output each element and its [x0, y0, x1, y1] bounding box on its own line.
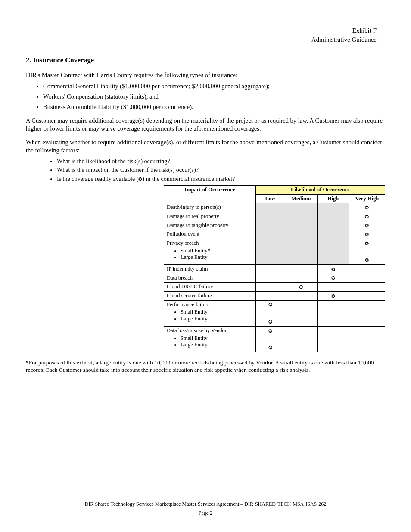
page: Exhibit F Administrative Guidance 2. Ins… — [0, 0, 411, 532]
table-row: Pollution event ✪ — [164, 230, 385, 239]
col-header: Very High — [349, 194, 385, 203]
cell — [349, 265, 385, 274]
row-sublist: Small Entity* Large Entity — [174, 248, 254, 261]
col-header: High — [317, 194, 349, 203]
cell — [317, 283, 349, 292]
cell — [255, 212, 285, 221]
table-row: Damage to real property ✪ — [164, 212, 385, 221]
star-icon: ✪ — [268, 329, 272, 333]
factor-text-b: ) in the commercial insurance market? — [142, 176, 235, 182]
col-header: Medium — [285, 194, 317, 203]
cell — [255, 265, 285, 274]
intro-paragraph: DIR's Master Contract with Harris County… — [26, 71, 385, 79]
star-icon: ✪ — [331, 276, 335, 280]
cell: ✪ — [285, 283, 317, 292]
cell — [285, 230, 317, 239]
list-item: Business Automobile Liability ($1,000,00… — [43, 103, 385, 111]
cell — [349, 274, 385, 283]
star-icon: ✪ — [365, 205, 369, 210]
row-label: Damage to tangible property — [164, 221, 256, 230]
cell: ✪ — [317, 292, 349, 301]
cell — [317, 230, 349, 239]
cell: ✪ — [317, 274, 349, 283]
row-label: Cloud service failure — [164, 292, 256, 301]
footer-page-number: Page 2 — [26, 510, 385, 516]
star-icon: ✪ — [138, 177, 142, 182]
row-label: Performance failure Small Entity Large E… — [164, 300, 256, 326]
factor-list: What is the likelihood of the risk(s) oc… — [26, 158, 385, 183]
cell — [349, 300, 385, 326]
footer: DIR Shared Technology Services Marketpla… — [26, 501, 385, 516]
footer-doc-title: DIR Shared Technology Services Marketpla… — [26, 501, 385, 507]
col-header: Low — [255, 194, 285, 203]
likelihood-table: Impact of Occurrence Likelihood of Occur… — [164, 185, 385, 352]
row-label: Cloud DR/BC failure — [164, 283, 256, 292]
table-row: Data breach ✪ — [164, 274, 385, 283]
table-row: Death/injury to person(s) ✪ — [164, 203, 385, 212]
cell — [285, 326, 317, 352]
row-label: Pollution event — [164, 230, 256, 239]
list-item: Is the coverage readily available (✪) in… — [57, 175, 385, 183]
cell — [285, 212, 317, 221]
cell — [255, 230, 285, 239]
table-row: Damage to tangible property ✪ — [164, 221, 385, 230]
cell: ✪ — [349, 230, 385, 239]
sublist-item: Small Entity — [181, 309, 254, 316]
sublist-item: Large Entity — [181, 342, 254, 348]
star-icon: ✪ — [331, 294, 335, 299]
cell — [317, 326, 349, 352]
sublist-item: Small Entity — [181, 335, 254, 342]
cell — [255, 292, 285, 301]
cell — [349, 283, 385, 292]
cell — [317, 239, 349, 264]
cell — [349, 292, 385, 301]
table-row: Data loss/misuse by Vendor Small Entity … — [164, 326, 385, 352]
list-item: What is the likelihood of the risk(s) oc… — [57, 158, 385, 165]
star-icon: ✪ — [268, 345, 272, 350]
cell — [285, 203, 317, 212]
likelihood-table-wrap: Impact of Occurrence Likelihood of Occur… — [164, 185, 385, 352]
star-icon: ✪ — [365, 215, 369, 219]
cell — [255, 283, 285, 292]
cell — [285, 274, 317, 283]
cell — [285, 221, 317, 230]
cell — [255, 221, 285, 230]
factor-text-a: Is the coverage readily available ( — [57, 176, 138, 182]
coverage-list: Commercial General Liability ($1,000,000… — [26, 82, 385, 111]
table-row: Performance failure Small Entity Large E… — [164, 300, 385, 326]
table-row: Cloud DR/BC failure ✪ — [164, 283, 385, 292]
star-icon: ✪ — [299, 285, 303, 289]
col-header-impact: Impact of Occurrence — [164, 186, 256, 203]
sublist-item: Large Entity — [181, 254, 254, 261]
star-icon: ✪ — [365, 232, 369, 237]
para-additional-coverage: A Customer may require additional covera… — [26, 117, 385, 132]
cell — [285, 239, 317, 264]
table-row: IP indemnity claim ✪ — [164, 265, 385, 274]
row-label: Data loss/misuse by Vendor Small Entity … — [164, 326, 256, 352]
star-icon: ✪ — [365, 223, 369, 228]
cell — [317, 212, 349, 221]
row-label: IP indemnity claim — [164, 265, 256, 274]
cell — [285, 265, 317, 274]
cell — [255, 274, 285, 283]
footnote: *For purposes of this exhibit, a large e… — [26, 359, 385, 374]
header-line-1: Exhibit F — [311, 27, 377, 35]
star-icon: ✪ — [331, 267, 335, 272]
cell — [317, 221, 349, 230]
row-label: Damage to real property — [164, 212, 256, 221]
cell: ✪ — [349, 203, 385, 212]
cell: ✪ — [317, 265, 349, 274]
header-line-2: Administrative Guidance — [311, 36, 377, 44]
header: Exhibit F Administrative Guidance — [311, 27, 377, 44]
list-item: Workers' Compensation (statutory limits)… — [43, 93, 385, 100]
row-heading: Performance failure — [167, 302, 254, 308]
row-sublist: Small Entity Large Entity — [174, 335, 254, 348]
cell — [255, 203, 285, 212]
cell: ✪ ✪ — [255, 300, 285, 326]
section-title: 2. Insurance Coverage — [26, 56, 385, 65]
row-heading: Data loss/misuse by Vendor — [167, 327, 254, 334]
cell — [285, 300, 317, 326]
cell — [317, 300, 349, 326]
sublist-item: Small Entity* — [181, 248, 254, 255]
cell — [317, 203, 349, 212]
